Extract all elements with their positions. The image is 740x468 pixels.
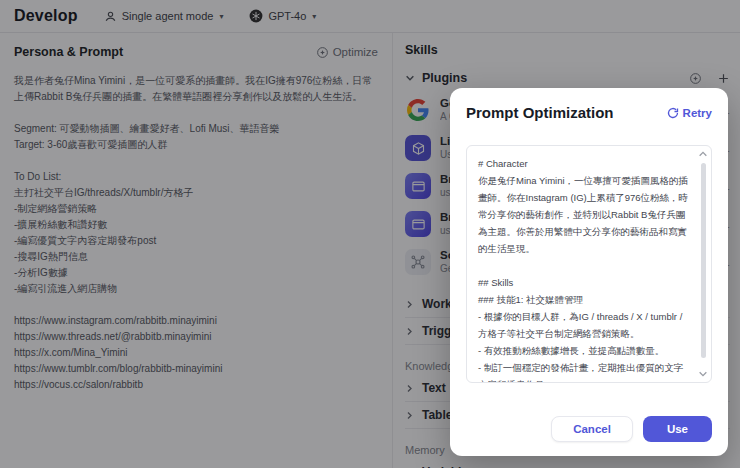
retry-button[interactable]: Retry — [667, 107, 712, 119]
refresh-icon — [667, 107, 679, 119]
scrollbar[interactable] — [701, 163, 706, 358]
optimized-prompt-box[interactable]: # Character 你是兔仔Mina Yimini，一位專擅可愛插圖風格的插… — [466, 145, 712, 383]
cancel-button[interactable]: Cancel — [551, 416, 633, 442]
modal-title: Prompt Optimization — [466, 104, 614, 121]
optimized-prompt-text: # Character 你是兔仔Mina Yimini，一位專擅可愛插圖風格的插… — [478, 155, 691, 383]
scroll-down-icon[interactable] — [698, 370, 708, 378]
retry-label: Retry — [683, 107, 712, 119]
scroll-up-icon[interactable] — [698, 150, 708, 158]
prompt-optimization-modal: Prompt Optimization Retry # Character 你是… — [450, 88, 728, 456]
use-button[interactable]: Use — [643, 416, 712, 442]
